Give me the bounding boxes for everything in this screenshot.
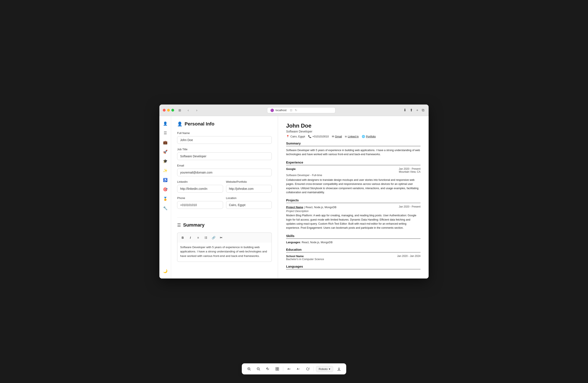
sidebar-item-rocket[interactable]: 🚀 [161, 148, 169, 156]
font-decrease-button[interactable]: A− [295, 365, 302, 373]
tabs-icon[interactable]: ⧉ [421, 107, 425, 113]
proj-name-tech: Project Name | React, Node.js, MongoDB [286, 205, 336, 209]
location-field: Location [226, 196, 272, 209]
resume-education-section: Education School Name Jan 2020 - Jan 202… [286, 248, 420, 261]
url-display[interactable]: 🟣 localhost ⊡ ↻ [267, 107, 336, 113]
resume-contact: 📍 Cairo, Egypt 📞 +0101010010 ✉ Gmail in … [286, 135, 420, 138]
italic-button[interactable]: I [187, 234, 194, 241]
ordered-list-button[interactable]: 1 2 3 [203, 234, 209, 241]
icon-sidebar: 👤 ☰ 💼 🚀 🎓 ✨ ♿ 🎯 🏅 🔧 🌙 [159, 116, 171, 278]
resume-languages-title: Languages [286, 265, 420, 269]
personal-info-title: Personal Info [185, 121, 214, 127]
exp-company: Google [286, 167, 296, 170]
bold-button[interactable]: B [179, 234, 186, 241]
resume-projects-section: Projects Project Name | React, Node.js, … [286, 198, 420, 230]
sidebar-item-star[interactable]: ✨ [161, 167, 169, 175]
resume-languages-section: Languages [286, 265, 420, 269]
sidebar-item-graduation[interactable]: 🎓 [161, 157, 169, 165]
website-input[interactable] [226, 185, 272, 192]
linkedin-field: LinkedIn [177, 180, 223, 192]
font-increase-button[interactable]: A+ [285, 365, 293, 373]
summary-editor[interactable]: Software Developer with 5 years of exper… [177, 243, 272, 262]
download-resume-button[interactable] [335, 365, 342, 373]
phone-location-row: Phone Location [177, 196, 272, 213]
linkedin-link[interactable]: Linked In [348, 135, 359, 138]
browser-window: ⊞ ‹ › 🟣 localhost ⊡ ↻ ⬇ ⬆ + ⧉ 👤 ☰ 💼 🚀 🎓 … [159, 105, 429, 278]
email-field: Email [177, 164, 272, 176]
sidebar-item-tools[interactable]: 🔧 [161, 204, 169, 212]
resume-skills-title: Skills [286, 234, 420, 239]
close-button[interactable] [163, 109, 166, 112]
grid-button[interactable] [274, 365, 281, 373]
full-name-input[interactable] [177, 136, 272, 144]
svg-rect-16 [277, 367, 279, 369]
resume-summary-title: Summary [286, 142, 420, 146]
experience-entry: Google Jan 2020 - Present Mountain View,… [286, 167, 420, 195]
download-icon[interactable]: ⬇ [402, 107, 407, 113]
email-label: Email [177, 164, 272, 167]
font-increase-label: A+ [287, 368, 290, 370]
portfolio-link[interactable]: Portfolio [366, 135, 376, 138]
svg-text:3: 3 [205, 238, 205, 239]
refresh-icon[interactable]: ↻ [295, 108, 297, 112]
linkedin-input[interactable] [177, 185, 223, 192]
app-layout: 👤 ☰ 💼 🚀 🎓 ✨ ♿ 🎯 🏅 🔧 🌙 👤 Personal Info Fu… [159, 116, 429, 278]
email-input[interactable] [177, 169, 272, 176]
zoom-out-button[interactable] [255, 365, 262, 373]
linkedin-label: LinkedIn [177, 180, 223, 183]
gmail-link[interactable]: Gmail [335, 135, 342, 138]
tab-favicon: 🟣 [270, 108, 274, 112]
exp-header: Google Jan 2020 - Present Mountain View,… [286, 167, 420, 173]
bottom-toolbar: A+ A− Roboto ▾ [242, 363, 346, 374]
svg-rect-15 [276, 367, 277, 369]
minimize-button[interactable] [167, 109, 170, 112]
languages-label: Languages [286, 241, 300, 244]
svg-line-9 [250, 370, 251, 370]
location-label: Location [226, 196, 272, 200]
sidebar-item-menu[interactable]: ☰ [161, 129, 169, 137]
personal-info-icon: 👤 [177, 121, 183, 127]
new-tab-icon[interactable]: + [415, 107, 419, 113]
sidebar-item-award[interactable]: 🏅 [161, 195, 169, 203]
forward-button[interactable]: › [194, 107, 200, 113]
edu-degree: Bachelor's in Computer Science [286, 258, 420, 261]
personal-info-header: 👤 Personal Info [177, 121, 272, 127]
unlink-button[interactable]: ✂ [218, 234, 224, 241]
zoom-in-button[interactable] [246, 365, 253, 373]
location-input[interactable] [226, 201, 272, 209]
browser-chrome: ⊞ ‹ › 🟣 localhost ⊡ ↻ ⬇ ⬆ + ⧉ [159, 105, 429, 116]
browser-actions: ⬇ ⬆ + ⧉ [402, 107, 425, 113]
back-button[interactable]: ‹ [185, 107, 191, 113]
project-entry: Project Name | React, Node.js, MongoDB J… [286, 205, 420, 230]
summary-section: ☰ Summary B I ≡ 1 2 3 [177, 222, 272, 262]
bullet-list-button[interactable]: ≡ [195, 234, 201, 241]
phone-input[interactable] [177, 201, 223, 209]
sidebar-toggle-button[interactable]: ⊞ [177, 107, 183, 113]
phone-icon: 📞 [308, 135, 312, 138]
location-pin-icon: 📍 [286, 135, 290, 138]
linkedin-icon: in [345, 135, 347, 138]
history-button[interactable] [264, 365, 272, 373]
link-button[interactable]: 🔗 [210, 234, 217, 241]
languages-value: React, Node.js, MongoDB [302, 241, 333, 244]
share-icon[interactable]: ⬆ [409, 107, 414, 113]
resume-preview: John Doe Software Developer 📍 Cairo, Egy… [278, 116, 429, 278]
edu-dates: Jan 2020 - Jan 2024 [397, 255, 420, 258]
resume-location: 📍 Cairo, Egypt [286, 135, 305, 138]
svg-rect-18 [277, 369, 279, 370]
sidebar-item-accessibility[interactable]: ♿ [161, 176, 169, 184]
font-selector[interactable]: Roboto ▾ [316, 366, 333, 372]
url-text: localhost [276, 108, 287, 112]
skills-languages: Languages: React, Node.js, MongoDB [286, 241, 420, 244]
job-title-input[interactable] [177, 152, 272, 160]
proj-name: Project Name [286, 206, 303, 209]
full-name-label: Full Name [177, 131, 272, 135]
sidebar-item-moon[interactable]: 🌙 [161, 267, 169, 275]
resume-experience-title: Experience [286, 161, 420, 165]
reset-font-button[interactable] [304, 365, 312, 373]
maximize-button[interactable] [171, 109, 174, 112]
sidebar-item-target[interactable]: 🎯 [161, 185, 169, 193]
sidebar-item-briefcase[interactable]: 💼 [161, 138, 169, 146]
sidebar-item-person[interactable]: 👤 [161, 120, 169, 128]
job-title-label: Job Title [177, 148, 272, 151]
